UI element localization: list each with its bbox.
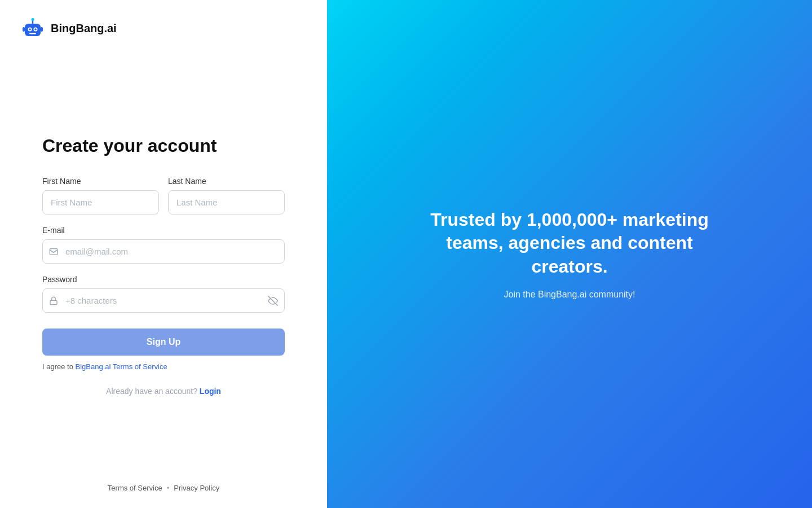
footer-privacy-link[interactable]: Privacy Policy [174,484,219,492]
footer-terms-link[interactable]: Terms of Service [108,484,162,492]
last-name-group: Last Name [168,177,285,214]
page-title: Create your account [42,135,285,156]
eye-slash-icon[interactable] [268,296,278,306]
first-name-label: First Name [42,177,159,186]
last-name-input[interactable] [168,190,285,214]
password-label: Password [42,275,285,284]
right-subtitle: Join the BingBang.ai community! [429,290,710,300]
right-title: Trusted by 1,000,000+ marketing teams, a… [429,208,710,279]
right-content: Trusted by 1,000,000+ marketing teams, a… [429,208,710,300]
last-name-label: Last Name [168,177,285,186]
form-container: Create your account First Name Last Name… [0,23,327,508]
password-group: Password [42,275,285,313]
email-input-wrapper [42,239,285,264]
password-input-wrapper [42,288,285,313]
login-text: Already have an account? Login [42,387,285,396]
password-input[interactable] [42,288,285,313]
svg-point-7 [32,18,34,21]
left-panel: BingBang.ai Create your account First Na… [0,0,327,508]
terms-link[interactable]: BigBang.ai Terms of Service [76,362,167,371]
signup-button[interactable]: Sign Up [42,329,285,356]
first-name-group: First Name [42,177,159,214]
email-input[interactable] [42,239,285,264]
login-link[interactable]: Login [200,387,221,396]
footer-separator: • [167,484,170,492]
first-name-input[interactable] [42,190,159,214]
footer-links: Terms of Service • Privacy Policy [0,484,327,492]
email-label: E-mail [42,226,285,235]
email-group: E-mail [42,226,285,264]
right-panel: Trusted by 1,000,000+ marketing teams, a… [327,0,812,508]
name-row: First Name Last Name [42,177,285,214]
terms-text: I agree to BigBang.ai Terms of Service [42,362,285,371]
